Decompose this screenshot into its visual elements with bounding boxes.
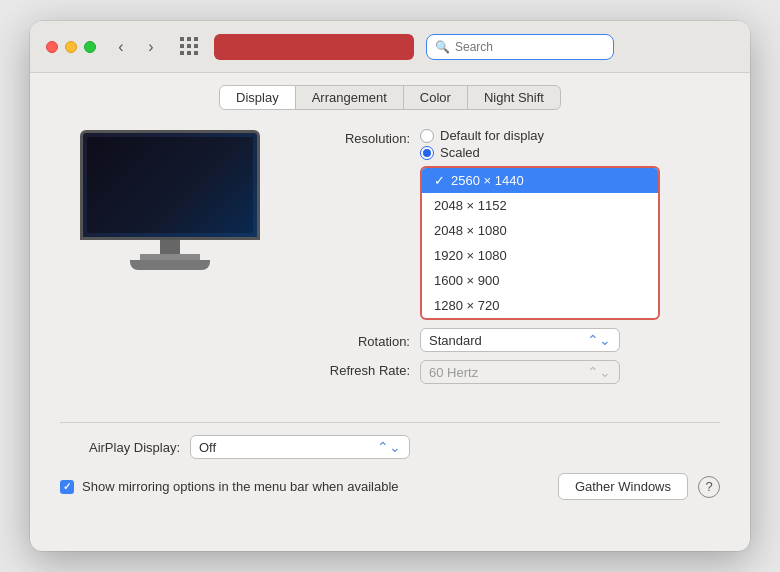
main-content: Resolution: Default for display Scaled (30, 120, 750, 551)
monitor (80, 130, 260, 270)
refresh-rate-label: Refresh Rate: (310, 360, 420, 378)
scaled-resolution-option[interactable]: Scaled (420, 145, 660, 160)
airplay-row: AirPlay Display: Off ⌃⌄ (60, 435, 720, 459)
resolution-item-4[interactable]: 1600 × 900 (422, 268, 658, 293)
divider (60, 422, 720, 423)
grid-button[interactable] (176, 34, 202, 60)
resolution-list[interactable]: ✓ 2560 × 1440 2048 × 1152 2048 × 1080 19… (422, 168, 658, 318)
refresh-rate-value: 60 Hertz (429, 365, 478, 380)
scaled-radio[interactable] (420, 146, 434, 160)
resolution-options: Default for display Scaled ✓ 2560 × 14 (420, 128, 660, 320)
airplay-value: Off (199, 440, 216, 455)
search-icon: 🔍 (435, 40, 450, 54)
monitor-base (130, 260, 210, 270)
titlebar: ‹ › 🔍 (30, 21, 750, 73)
display-row: Resolution: Default for display Scaled (60, 120, 720, 392)
rotation-label: Rotation: (310, 331, 420, 349)
monitor-neck (160, 240, 180, 254)
close-button[interactable] (46, 41, 58, 53)
rotation-select[interactable]: Standard ⌃⌄ (420, 328, 620, 352)
mirror-label: Show mirroring options in the menu bar w… (82, 479, 399, 494)
forward-button[interactable]: › (138, 34, 164, 60)
rotation-value: Standard (429, 333, 482, 348)
resolution-item-3[interactable]: 1920 × 1080 (422, 243, 658, 268)
resolution-label: Resolution: (310, 128, 420, 146)
airplay-arrow-icon: ⌃⌄ (377, 439, 401, 455)
refresh-rate-arrow-icon: ⌃⌄ (587, 364, 611, 380)
mirror-left: ✓ Show mirroring options in the menu bar… (60, 479, 399, 494)
tab-night-shift[interactable]: Night Shift (467, 85, 561, 110)
resolution-value-0: 2560 × 1440 (451, 173, 524, 188)
nav-buttons: ‹ › (108, 34, 164, 60)
traffic-lights (46, 41, 96, 53)
help-button[interactable]: ? (698, 476, 720, 498)
resolution-item-1[interactable]: 2048 × 1152 (422, 193, 658, 218)
tab-color[interactable]: Color (403, 85, 468, 110)
resolution-item-2[interactable]: 2048 × 1080 (422, 218, 658, 243)
tab-display[interactable]: Display (219, 85, 296, 110)
check-icon: ✓ (434, 173, 445, 188)
resolution-item-5[interactable]: 1280 × 720 (422, 293, 658, 318)
grid-icon (180, 37, 199, 56)
minimize-button[interactable] (65, 41, 77, 53)
tab-arrangement[interactable]: Arrangement (295, 85, 404, 110)
refresh-rate-select[interactable]: 60 Hertz ⌃⌄ (420, 360, 620, 384)
mirror-checkbox[interactable]: ✓ (60, 480, 74, 494)
checkbox-check-icon: ✓ (63, 481, 71, 492)
default-radio[interactable] (420, 129, 434, 143)
rotation-row: Rotation: Standard ⌃⌄ (310, 328, 720, 352)
back-button[interactable]: ‹ (108, 34, 134, 60)
search-box[interactable]: 🔍 (426, 34, 614, 60)
refresh-rate-row: Refresh Rate: 60 Hertz ⌃⌄ (310, 360, 720, 384)
airplay-label: AirPlay Display: (60, 440, 190, 455)
airplay-select[interactable]: Off ⌃⌄ (190, 435, 410, 459)
rotation-arrow-icon: ⌃⌄ (587, 332, 611, 348)
maximize-button[interactable] (84, 41, 96, 53)
address-bar (214, 34, 414, 60)
gather-windows-button[interactable]: Gather Windows (558, 473, 688, 500)
monitor-illustration (60, 120, 280, 270)
mirror-right: Gather Windows ? (558, 473, 720, 500)
search-input[interactable] (455, 40, 605, 54)
resolution-row: Resolution: Default for display Scaled (310, 128, 720, 320)
settings-panel: Resolution: Default for display Scaled (310, 120, 720, 392)
mirror-row: ✓ Show mirroring options in the menu bar… (60, 473, 720, 500)
resolution-item-0[interactable]: ✓ 2560 × 1440 (422, 168, 658, 193)
scaled-resolution-label: Scaled (440, 145, 480, 160)
resolution-list-container: ✓ 2560 × 1440 2048 × 1152 2048 × 1080 19… (420, 166, 660, 320)
bottom-section: AirPlay Display: Off ⌃⌄ ✓ Show mirroring… (60, 435, 720, 508)
tab-bar: Display Arrangement Color Night Shift (30, 73, 750, 120)
default-resolution-option[interactable]: Default for display (420, 128, 660, 143)
default-resolution-label: Default for display (440, 128, 544, 143)
main-window: ‹ › 🔍 Display Arrangement Color Night Sh… (30, 21, 750, 551)
monitor-screen (80, 130, 260, 240)
